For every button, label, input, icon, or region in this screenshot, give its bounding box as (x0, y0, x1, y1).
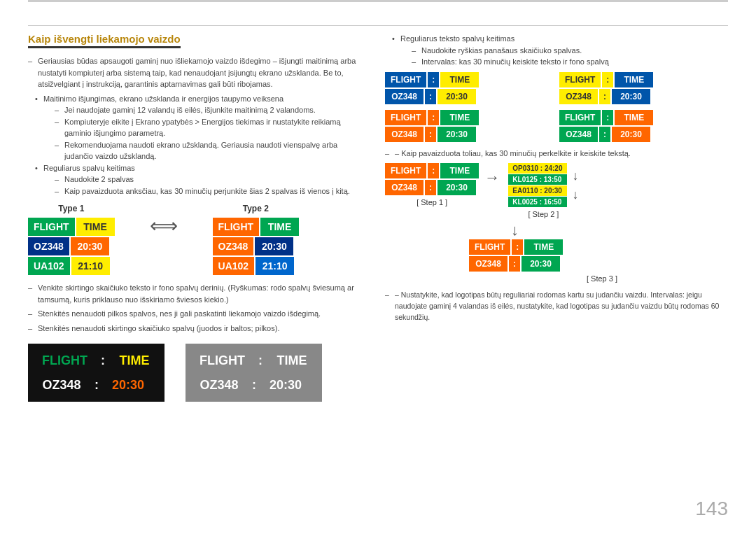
note3: Stenkitės nenaudoti skirtingo skaičiuko … (28, 323, 357, 335)
board-green-orange: FLIGHT : TIME OZ348 : 20:30 (559, 110, 653, 142)
cell-2030-orange: 20:30 (71, 237, 109, 255)
cell-flight-b1: FLIGHT (385, 72, 426, 87)
sub-bullet-2-1: Naudokite 2 spalvas (55, 174, 357, 185)
step3-time: TIME (524, 239, 563, 255)
bullet-1: Maitinimo išjungimas, ekrano užsklanda i… (35, 93, 357, 162)
step3-oz: OZ348 (469, 256, 507, 272)
bullet-2: Reguliarus spalvų keitimas Naudokite 2 s… (35, 162, 357, 197)
grid-board-2: FLIGHT : TIME OZ348 : 20:30 (559, 72, 728, 104)
step2-label: [ Step 2 ] (528, 210, 559, 218)
cell-2110-yellow: 21:10 (71, 257, 110, 275)
grid-board-4: FLIGHT : TIME OZ348 : 20:30 (559, 110, 728, 142)
step3-row2: OZ348 : 20:30 (469, 256, 563, 272)
cell-colon-b4: : (602, 110, 613, 125)
cell-time-b3: TIME (440, 110, 479, 125)
right-bullet-1: Reguliarus teksto spalvų keitimas Naudok… (392, 33, 728, 68)
cell-2030-gray: 20:30 (261, 374, 310, 396)
color-grid: FLIGHT : TIME OZ348 : 20:30 (385, 72, 728, 142)
cell-colon2-b2: : (599, 89, 610, 104)
left-column: Kaip išvengti liekamojo vaizdo Geriausia… (28, 33, 371, 402)
black-board-row2: OZ348 : 20:30 (34, 374, 159, 396)
step2-row3: EA0110 : 20:30 (508, 185, 566, 196)
cell-time2-b3: 20:30 (438, 127, 476, 142)
sub-bullets-1: Jei naudojate gaminį 12 valandų iš eilės… (55, 104, 357, 162)
note1: Venkite skirtingo skaičiuko teksto ir fo… (28, 282, 357, 305)
gray-board: FLIGHT : TIME OZ348 : 20:30 (186, 344, 322, 402)
cell-colon-b2: : (602, 72, 613, 87)
type1-row-2: OZ348 20:30 (28, 237, 115, 255)
cell-oz-b2: OZ348 (559, 89, 598, 104)
right-sub-bullets: Naudokite ryškias panašaus skaičiuko spa… (412, 45, 728, 68)
cell-oz348-blue: OZ348 (28, 237, 69, 255)
page: Kaip išvengti liekamojo vaizdo Geriausia… (0, 0, 756, 534)
swap-arrow: ⟺ (143, 214, 185, 237)
step1-colon: : (428, 163, 439, 178)
cell-colon-gray-1: : (255, 349, 266, 372)
type1-block: Type 1 FLIGHT TIME OZ348 20:30 UA102 21: (28, 204, 115, 275)
step2-col: OP0310 : 24:20 KL0125 : 13:50 EA0110 : 2… (508, 163, 578, 218)
board4-row2: OZ348 : 20:30 (559, 127, 653, 142)
cell-time-dark: TIME (110, 349, 159, 372)
cell-colon-1: : (97, 349, 108, 372)
cell-flight-b3: FLIGHT (385, 110, 426, 125)
step2-board: OP0310 : 24:20 KL0125 : 13:50 EA0110 : 2… (508, 163, 566, 207)
bottom-boards: FLIGHT : TIME OZ348 : 20:30 FLIGHT : (28, 344, 357, 402)
cell-flight-gray: FLIGHT (191, 349, 253, 372)
arrow-down-1: ↓ (573, 169, 579, 183)
sub-bullet-2-2: Kaip pavaizduota anksčiau, kas 30 minuči… (55, 185, 357, 197)
type2-board: FLIGHT TIME OZ348 20:30 UA102 21:10 (213, 218, 300, 275)
board1-row1: FLIGHT : TIME (385, 72, 479, 87)
board-orange-green: FLIGHT : TIME OZ348 : 20:30 (385, 110, 479, 142)
right-column: Reguliarus teksto spalvų keitimas Naudok… (385, 33, 728, 325)
type2-row-3: UA102 21:10 (213, 257, 300, 275)
cell-colon-2: : (91, 374, 102, 396)
step2-content: OP0310 : 24:20 KL0125 : 13:50 EA0110 : 2… (508, 163, 578, 207)
cell-colon-b1: : (428, 72, 439, 87)
cell-oz348-gray: OZ348 (191, 374, 247, 396)
board2-row1: FLIGHT : TIME (559, 72, 653, 87)
type2-row-1: FLIGHT TIME (213, 218, 300, 236)
step1-colon2: : (425, 180, 436, 195)
board-yellow-blue: FLIGHT : TIME OZ348 : 20:30 (559, 72, 653, 104)
type1-board: FLIGHT TIME OZ348 20:30 UA102 21:10 (28, 218, 115, 275)
cell-time2-b1: 20:30 (438, 89, 476, 104)
note2: Stenkitės nenaudoti pilkos spalvos, nes … (28, 308, 357, 320)
black-board-row1: FLIGHT : TIME (34, 349, 159, 372)
right-sub-1: Naudokite ryškias panašaus skaičiuko spa… (412, 45, 728, 57)
cell-time-green: TIME (260, 218, 299, 236)
cell-oz-b4: OZ348 (559, 127, 598, 142)
step1-flight: FLIGHT (385, 163, 426, 178)
step3-row1: FLIGHT : TIME (469, 239, 563, 255)
cell-flight-dark: FLIGHT (34, 349, 96, 372)
right-sub-2: Intervalas: kas 30 minučių keiskite teks… (412, 56, 728, 68)
intro-text: Geriausias būdas apsaugoti gaminį nuo iš… (28, 55, 357, 90)
step2-row4: KL0025 : 16:50 (508, 197, 566, 207)
step1-time: TIME (440, 163, 479, 178)
right-bullets: Reguliarus teksto spalvų keitimas Naudok… (392, 33, 728, 68)
cell-2030-dark: 20:30 (104, 374, 153, 396)
step3-time2: 20:30 (522, 256, 560, 272)
cell-colon2-b4: : (599, 127, 610, 142)
cell-oz-b1: OZ348 (385, 89, 424, 104)
type-section: Type 1 FLIGHT TIME OZ348 20:30 UA102 21: (28, 204, 357, 275)
board3-row2: OZ348 : 20:30 (385, 127, 479, 142)
cell-oz348-orange: OZ348 (213, 237, 254, 255)
cell-flight-b2: FLIGHT (559, 72, 601, 87)
black-board: FLIGHT : TIME OZ348 : 20:30 (28, 344, 164, 402)
cell-flight-green: FLIGHT (28, 218, 75, 236)
cell-time-b2: TIME (615, 72, 653, 87)
gray-board-row1: FLIGHT : TIME (191, 349, 316, 372)
final-note: – Nustatykite, kad logotipas būtų reguli… (385, 290, 728, 323)
type2-label: Type 2 (213, 204, 300, 213)
cell-oz348-dark: OZ348 (34, 374, 90, 396)
step3-col: FLIGHT : TIME OZ348 : 20:30 [ Step 3 ] (385, 239, 728, 283)
board1-row2: OZ348 : 20:30 (385, 89, 479, 104)
grid-board-1: FLIGHT : TIME OZ348 : 20:30 (385, 72, 554, 104)
section-title: Kaip išvengti liekamojo vaizdo (28, 33, 181, 48)
cell-colon-b3: : (428, 110, 439, 125)
step3-colon2: : (509, 256, 520, 272)
sub-bullet-1-3: Rekomenduojama naudoti ekrano užsklandą.… (55, 139, 357, 162)
main-bullets: Maitinimo išjungimas, ekrano užsklanda i… (35, 93, 357, 197)
board3-row1: FLIGHT : TIME (385, 110, 479, 125)
cell-2110-blue: 21:10 (255, 257, 294, 275)
